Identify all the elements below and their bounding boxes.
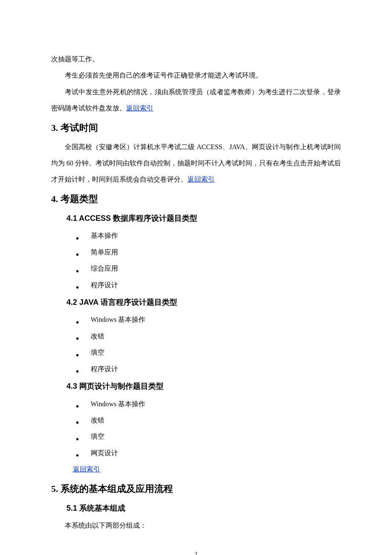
return-index-link[interactable]: 返回索引: [126, 104, 153, 112]
list-item: 填空: [73, 428, 341, 445]
list-item: 改错: [73, 412, 341, 428]
list-item: 程序设计: [73, 361, 341, 377]
paragraph: 考试中发生意外死机的情况，须由系统管理员（或者监考教师）为考生进行二次登录，登录…: [51, 84, 341, 117]
page-number: 2: [51, 551, 341, 555]
bullet-list-java: Windows 基本操作 改错 填空 程序设计: [73, 312, 341, 377]
bullet-list-web: Windows 基本操作 改错 填空 网页设计: [73, 396, 341, 462]
heading-question-types: 4. 考题类型: [51, 190, 341, 208]
list-item: 改错: [73, 328, 341, 344]
paragraph-text: 考试中发生意外死机的情况，须由系统管理员（或者监考教师）为考生进行二次登录，登录…: [51, 88, 341, 112]
paragraph: 全国高校（安徽考区）计算机水平考试二级 ACCESS、JAVA、网页设计与制作上…: [51, 139, 341, 188]
paragraph-continuation: 次抽题等工作。: [51, 51, 341, 67]
list-item: 综合应用: [73, 260, 341, 277]
paragraph: 本系统由以下两部分组成：: [65, 517, 341, 534]
list-item: 基本操作: [73, 228, 341, 244]
return-index-link[interactable]: 返回索引: [187, 176, 215, 183]
subheading-java: 4.2 JAVA 语言程序设计题目类型: [66, 294, 341, 311]
list-item: 程序设计: [73, 277, 341, 293]
document-page: 次抽题等工作。 考生必须首先使用自己的准考证号作正确登录才能进入考试环境。 考试…: [0, 0, 392, 555]
heading-exam-time: 3. 考试时间: [51, 119, 341, 137]
list-item: 简单应用: [73, 244, 341, 260]
bullet-list-access: 基本操作 简单应用 综合应用 程序设计: [73, 228, 341, 293]
heading-system-composition: 5. 系统的基本组成及应用流程: [51, 480, 341, 498]
subheading-webdesign: 4.3 网页设计与制作题目类型: [66, 378, 341, 395]
list-item: Windows 基本操作: [73, 312, 341, 328]
return-link-block: 返回索引: [73, 461, 341, 477]
list-item: Windows 基本操作: [73, 396, 341, 412]
list-item: 网页设计: [73, 445, 341, 461]
subheading-system-basic: 5.1 系统基本组成: [66, 500, 341, 517]
return-index-link[interactable]: 返回索引: [73, 465, 100, 473]
list-item: 填空: [73, 344, 341, 361]
paragraph: 考生必须首先使用自己的准考证号作正确登录才能进入考试环境。: [51, 67, 341, 84]
subheading-access: 4.1 ACCESS 数据库程序设计题目类型: [66, 210, 341, 227]
